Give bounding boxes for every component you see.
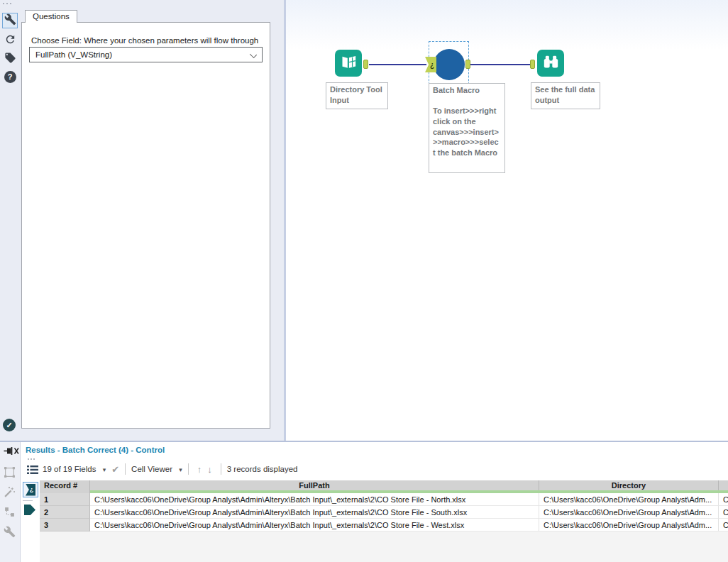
macro-annotation-note: To insert>>>right click on the canvas>>>… [433, 106, 501, 158]
macro-annotation[interactable]: Batch Macro To insert>>>right click on t… [429, 83, 505, 173]
directory-tool-icon [339, 53, 358, 75]
field-select[interactable]: FullPath (V_WString) [29, 47, 263, 62]
table-row: 2 C:\Users\kacc06\OneDrive\Group Analyst… [40, 506, 728, 519]
results-panel: Results - Batch Correct (4) - Control 19… [21, 442, 728, 562]
extra-cell[interactable]: CO [719, 506, 728, 519]
performance-profile-icon [4, 33, 16, 48]
field-select-value: FullPath (V_WString) [35, 50, 112, 59]
browse-tool[interactable] [537, 50, 564, 77]
apply-check-icon[interactable]: ✔ [111, 464, 119, 475]
grid-empty-area [40, 531, 728, 562]
results-grid: Record # FullPath Directory 1 C:\Users\k… [40, 480, 728, 531]
fields-dropdown-label: 19 of 19 Fields [43, 465, 96, 473]
batch-macro-tool[interactable] [434, 49, 465, 80]
browse-input-anchor[interactable] [530, 60, 535, 69]
header-record[interactable]: Record # [40, 480, 90, 490]
connection-macro-to-browse[interactable] [470, 64, 530, 65]
header-extra[interactable] [719, 480, 728, 490]
questions-panel-body: Choose Field: Where your chosen paramete… [21, 22, 270, 429]
binoculars-icon [541, 53, 561, 75]
tab-questions[interactable]: Questions [25, 10, 77, 23]
control-anchor-icon: ¿ [26, 484, 35, 496]
record-number-cell: 2 [40, 506, 90, 519]
record-number-cell: 1 [40, 493, 90, 506]
select-region-icon[interactable] [4, 466, 16, 481]
browse-annotation[interactable]: See the full data output [531, 82, 600, 109]
fullpath-cell[interactable]: C:\Users\kacc06\OneDrive\Group Analyst\A… [90, 506, 539, 519]
tag-icon [4, 52, 16, 67]
performance-tab-button[interactable] [2, 33, 18, 48]
header-fullpath[interactable]: FullPath [90, 480, 539, 490]
grid-header-row: Record # FullPath Directory [40, 480, 728, 490]
dropdown-arrow-icon: ▾ [179, 466, 182, 473]
directory-tool[interactable] [335, 50, 362, 77]
macro-output-anchor[interactable] [465, 60, 470, 69]
dropdown-arrow-icon: ▾ [103, 466, 106, 473]
wrench-icon [4, 13, 16, 28]
config-tool-strip: ? ✓ [0, 0, 20, 441]
annotation-tab-button[interactable] [2, 51, 18, 67]
help-tab-button[interactable]: ? [2, 69, 18, 84]
output-anchor-button[interactable] [24, 505, 35, 515]
directory-annotation-text: Directory Tool Input [330, 85, 382, 104]
fullpath-cell[interactable]: C:\Users\kacc06\OneDrive\Group Analyst\A… [90, 519, 539, 531]
toolbar-separator [188, 463, 189, 475]
chevron-down-icon [250, 52, 256, 57]
choose-field-label: Choose Field: Where your chosen paramete… [31, 36, 258, 45]
scroll-up-button[interactable]: ↑ [194, 464, 205, 475]
cell-viewer-dropdown[interactable]: Cell Viewer ▾ [131, 465, 182, 473]
results-title: Results - Batch Correct (4) - Control [26, 446, 165, 454]
directory-output-anchor[interactable] [363, 60, 368, 69]
table-row: 1 C:\Users\kacc06\OneDrive\Group Analyst… [40, 493, 728, 506]
directory-cell[interactable]: C:\Users\kacc06\OneDrive\Group Analyst\A… [539, 506, 719, 519]
browse-annotation-text: See the full data output [535, 85, 595, 104]
fields-dropdown[interactable]: 19 of 19 Fields ▾ [43, 465, 106, 473]
magic-wand-icon[interactable] [4, 486, 16, 501]
connection-directory-to-macro[interactable] [369, 64, 426, 65]
table-row: 3 C:\Users\kacc06\OneDrive\Group Analyst… [40, 519, 728, 531]
fullpath-cell[interactable]: C:\Users\kacc06\OneDrive\Group Analyst\A… [90, 493, 539, 506]
records-displayed-status: 3 records displayed [227, 465, 298, 473]
directory-annotation[interactable]: Directory Tool Input [326, 82, 388, 109]
configuration-panel: Questions Choose Field: Where your chose… [20, 0, 284, 441]
wrench-gray-icon[interactable] [4, 526, 16, 541]
record-number-cell: 3 [40, 519, 90, 531]
directory-cell[interactable]: C:\Users\kacc06\OneDrive\Group Analyst\A… [539, 493, 719, 506]
toolbar-separator [125, 463, 126, 475]
results-side-strip [0, 442, 21, 562]
cell-viewer-label: Cell Viewer [131, 465, 172, 473]
scroll-down-button[interactable]: ↓ [204, 464, 215, 475]
toolbar-separator [221, 463, 221, 475]
control-input-anchor-button[interactable]: ¿ [23, 482, 38, 497]
help-icon: ? [4, 71, 16, 83]
extra-cell[interactable]: CO [719, 519, 728, 531]
header-directory[interactable]: Directory [539, 480, 719, 490]
results-toolbar: 19 of 19 Fields ▾ ✔ Cell Viewer ▾ ↑ ↓ 3 … [24, 459, 298, 479]
panel-grip-dots [3, 3, 4, 4]
connector-nodes-icon[interactable] [4, 506, 16, 521]
workflow-valid-check-icon: ✓ [3, 419, 16, 431]
configuration-tab-button[interactable] [2, 13, 18, 28]
extra-cell[interactable]: CO [719, 493, 728, 506]
macro-annotation-title: Batch Macro [433, 85, 501, 96]
directory-cell[interactable]: C:\Users\kacc06\OneDrive\Group Analyst\A… [539, 519, 719, 531]
field-list-icon[interactable] [27, 465, 38, 476]
alteryx-designer-window: ? ✓ Questions Choose Field: Where your c… [0, 0, 728, 562]
unpin-close-button[interactable] [4, 446, 19, 458]
anchor-separator [23, 500, 33, 501]
